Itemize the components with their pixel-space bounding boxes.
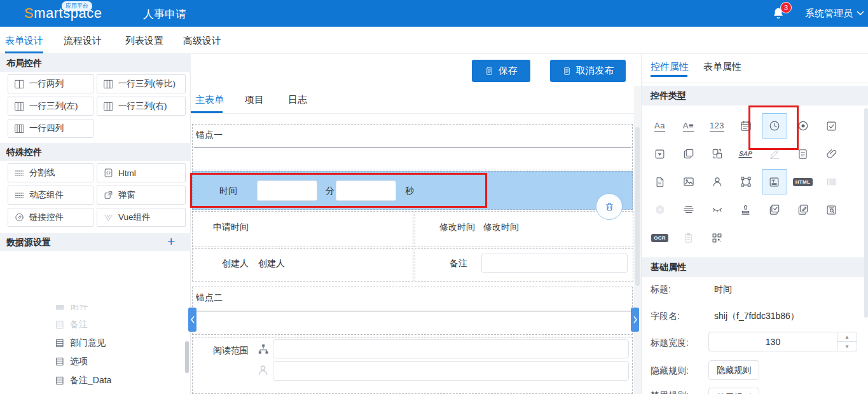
form-tab-project[interactable]: 项目 xyxy=(245,94,264,106)
html-control-button[interactable]: Html xyxy=(97,163,186,182)
app-title: 人事申请 xyxy=(143,7,186,22)
text-input-icon[interactable]: Aa xyxy=(645,112,674,140)
form-tab-main[interactable]: 主表单 xyxy=(195,94,224,106)
tree-item-remark-data[interactable]: 备注_Data xyxy=(0,373,186,388)
read-scope-section[interactable]: 阅读范围 xyxy=(192,337,633,394)
document-icon xyxy=(485,66,494,76)
list-icon xyxy=(55,320,65,330)
layout-item-label: 一行两列 xyxy=(29,78,64,90)
unpublish-button[interactable]: 取消发布 xyxy=(550,60,626,82)
rich-text-icon-selected[interactable] xyxy=(760,168,789,196)
ocr-icon[interactable]: OCR xyxy=(645,224,674,252)
layout-three-columns-equal-button[interactable]: 一行三列(等比) xyxy=(97,74,186,93)
person-icon[interactable] xyxy=(256,363,270,377)
radio-icon[interactable] xyxy=(789,112,817,140)
transfer-icon[interactable] xyxy=(703,140,731,168)
read-scope-user-input[interactable] xyxy=(273,361,629,381)
creator-cell[interactable]: 创建人 创建人 xyxy=(192,248,413,282)
collapse-left-handle[interactable] xyxy=(188,308,196,332)
hide-rule-button[interactable]: 隐藏规则 xyxy=(708,360,759,380)
paragraph-icon[interactable] xyxy=(674,196,703,224)
layout-three-columns-right-button[interactable]: 一行三列(右) xyxy=(97,97,186,116)
title-width-stepper[interactable]: ▲ ▼ xyxy=(837,332,857,351)
qrcode-icon[interactable] xyxy=(703,224,731,252)
cascader-icon[interactable] xyxy=(674,140,703,168)
html-file-icon xyxy=(103,168,114,178)
sap-icon[interactable]: SAP xyxy=(731,140,760,168)
approval-edit-icon[interactable] xyxy=(789,196,817,224)
layout-item-label: 一行三列(等比) xyxy=(118,78,176,90)
tree-item-attachment[interactable]: 附件 xyxy=(0,305,186,314)
remark-input[interactable] xyxy=(481,254,628,273)
special-controls-header: 特殊控件 xyxy=(0,143,191,161)
save-button[interactable]: 保存 xyxy=(472,60,530,82)
tab-advanced-design[interactable]: 高级设计 xyxy=(183,35,221,47)
canvas-scrollbar[interactable] xyxy=(635,127,640,286)
date-picker-icon[interactable] xyxy=(731,112,760,140)
disable-rule-button[interactable]: 禁用规则 xyxy=(708,388,759,394)
barcode-icon[interactable] xyxy=(817,168,846,196)
sidebar-scrollbar[interactable] xyxy=(185,341,189,373)
popup-control-button[interactable]: 弹窗 xyxy=(97,186,186,205)
tab-form-design[interactable]: 表单设计 xyxy=(5,35,43,47)
number-input-icon[interactable]: 123 xyxy=(703,112,731,140)
time-field-row-selected[interactable]: 时间 分 秒 xyxy=(192,171,633,210)
layout-item-label: 一行四列 xyxy=(29,123,64,134)
user-picker-icon[interactable] xyxy=(703,168,731,196)
apply-time-cell[interactable]: 申请时间 xyxy=(192,211,413,247)
stepper-down-icon[interactable]: ▼ xyxy=(837,342,857,351)
approval-check-icon[interactable] xyxy=(760,196,789,224)
select-icon[interactable] xyxy=(645,140,674,168)
remark-cell[interactable]: 备注 xyxy=(415,248,633,282)
tab-flow-design[interactable]: 流程设计 xyxy=(64,35,102,47)
tree-item-time[interactable]: 时间 xyxy=(0,391,186,394)
tab-control-properties[interactable]: 控件属性 xyxy=(651,61,689,73)
attachment-icon[interactable] xyxy=(817,140,846,168)
add-datasource-button[interactable]: + xyxy=(167,235,175,248)
divider-control-button[interactable]: 分割线 xyxy=(8,163,93,182)
org-tree-icon[interactable] xyxy=(257,343,270,356)
layout-three-columns-left-button[interactable]: 一行三列(左) xyxy=(8,97,93,116)
time-second-input[interactable] xyxy=(336,180,396,201)
read-scope-org-input[interactable] xyxy=(273,339,629,358)
layout-four-columns-button[interactable]: 一行四列 xyxy=(8,119,93,138)
panel-scrollbar[interactable] xyxy=(864,108,868,318)
image-icon[interactable] xyxy=(674,168,703,196)
hide-field-icon[interactable] xyxy=(703,196,731,224)
vue-component-button[interactable]: Vue组件 xyxy=(97,208,186,227)
layout-two-columns-button[interactable]: 一行两列 xyxy=(8,74,93,93)
dynamic-component-button[interactable]: 动态组件 xyxy=(8,186,93,205)
html-badge-icon[interactable]: HTML xyxy=(789,168,817,196)
columns-4-icon xyxy=(14,124,25,133)
stepper-up-icon[interactable]: ▲ xyxy=(837,332,857,342)
time-picker-icon-selected[interactable] xyxy=(760,112,789,140)
textarea-icon[interactable]: A≡ xyxy=(674,112,703,140)
anchor2-section[interactable]: 锚点二 xyxy=(192,287,633,335)
special-item-label: Vue组件 xyxy=(118,212,151,223)
eye-icon[interactable] xyxy=(645,196,674,224)
datasource-tree: 附件 备注 部门意见 选项 备注_Data 时间 xyxy=(0,305,186,394)
tree-item-options[interactable]: 选项 xyxy=(0,354,186,369)
stamp-icon[interactable] xyxy=(731,196,760,224)
title-width-input[interactable] xyxy=(708,332,837,351)
layout-controls-header: 布局控件 xyxy=(0,54,191,72)
datasource-header: 数据源设置 xyxy=(0,233,191,251)
file-icon[interactable] xyxy=(645,168,674,196)
link-control-button[interactable]: 链接控件 xyxy=(8,208,93,227)
tree-item-dept-opinion[interactable]: 部门意见 xyxy=(0,336,186,351)
form-list-icon[interactable] xyxy=(789,140,817,168)
tab-form-properties[interactable]: 表单属性 xyxy=(703,61,741,73)
form-tab-log[interactable]: 日志 xyxy=(288,94,307,106)
time-minute-input[interactable] xyxy=(257,180,317,201)
collapse-right-handle[interactable] xyxy=(631,308,639,332)
signature-icon[interactable] xyxy=(760,140,789,168)
clipboard-icon[interactable] xyxy=(674,224,703,252)
relation-graph-icon[interactable] xyxy=(731,168,760,196)
user-menu[interactable]: 系统管理员 xyxy=(805,8,853,20)
tab-list-settings[interactable]: 列表设置 xyxy=(125,35,163,47)
anchor1-section[interactable]: 锚点一 xyxy=(192,124,633,170)
checkbox-icon[interactable] xyxy=(817,112,846,140)
delete-control-button[interactable] xyxy=(596,193,623,220)
lookup-icon[interactable] xyxy=(817,196,846,224)
tree-item-remark[interactable]: 备注 xyxy=(0,317,186,332)
